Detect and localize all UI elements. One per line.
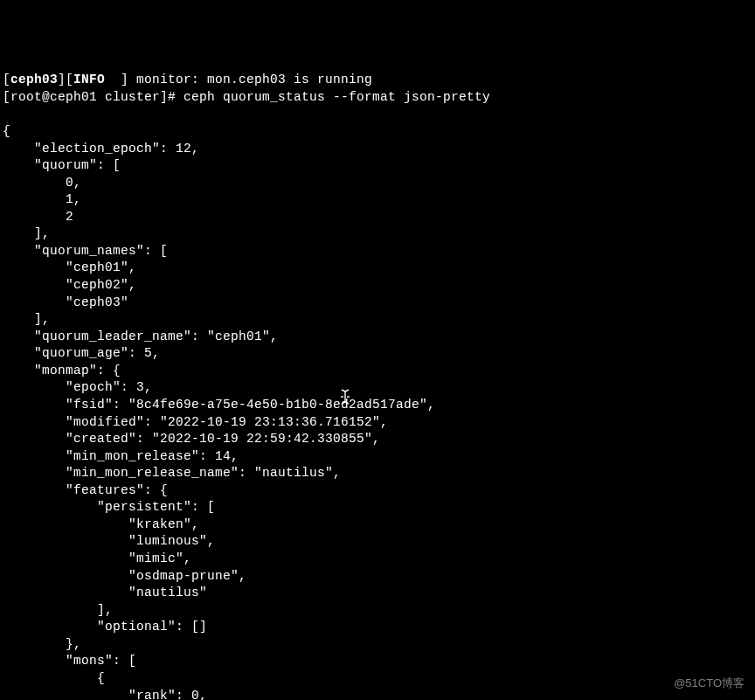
json-line: }, (3, 637, 81, 651)
json-line: "election_epoch": 12, (3, 142, 199, 156)
json-line: ], (3, 312, 50, 326)
json-line: "optional": [] (3, 620, 207, 634)
watermark-text: @51CTO博客 (674, 676, 745, 691)
json-line: "luminous", (3, 534, 215, 548)
json-line: { (3, 124, 10, 138)
json-line: "mimic", (3, 551, 191, 565)
json-line: "ceph01", (3, 260, 136, 274)
command-text: ceph quorum_status --format json-pretty (184, 90, 490, 104)
json-line: "epoch": 3, (3, 380, 152, 394)
json-line: ], (3, 226, 50, 240)
json-line: 1, (3, 192, 81, 206)
json-line: "min_mon_release_name": "nautilus", (3, 466, 341, 480)
json-line: "osdmap-prune", (3, 569, 246, 583)
json-line: "created": "2022-10-19 22:59:42.330855", (3, 432, 380, 446)
json-line: "quorum_age": 5, (3, 346, 160, 360)
json-line: "features": { (3, 483, 168, 497)
json-line: "fsid": "8c4fe69e-a75e-4e50-b1b0-8ed2ad5… (3, 398, 435, 412)
log-level: INFO (73, 73, 105, 87)
json-line: "mons": [ (3, 654, 136, 668)
json-line: 2 (3, 210, 73, 224)
json-line: 0, (3, 176, 81, 190)
json-line: "persistent": [ (3, 500, 215, 514)
host-label: ceph03 (10, 73, 58, 87)
json-line: "rank": 0, (3, 689, 207, 701)
json-line: ], (3, 603, 113, 617)
json-line: { (3, 671, 105, 685)
json-line: "ceph02", (3, 278, 136, 292)
header-line-1: [ceph03][INFO ] monitor: mon.ceph03 is r… (3, 73, 372, 87)
json-line: "min_mon_release": 14, (3, 449, 239, 463)
json-line: "nautilus" (3, 586, 207, 600)
json-line: "quorum_names": [ (3, 244, 168, 258)
terminal-output[interactable]: [ceph03][INFO ] monitor: mon.ceph03 is r… (3, 72, 752, 700)
json-line: "monmap": { (3, 364, 121, 378)
prompt-line: [root@ceph01 cluster]# ceph quorum_statu… (3, 90, 490, 104)
json-line: "modified": "2022-10-19 23:13:36.716152"… (3, 415, 388, 429)
shell-prompt: [root@ceph01 cluster]# (3, 90, 184, 104)
json-line: "kraken", (3, 517, 199, 531)
json-line: "quorum": [ (3, 158, 121, 172)
json-line: "ceph03" (3, 295, 128, 309)
json-line: "quorum_leader_name": "ceph01", (3, 329, 278, 343)
